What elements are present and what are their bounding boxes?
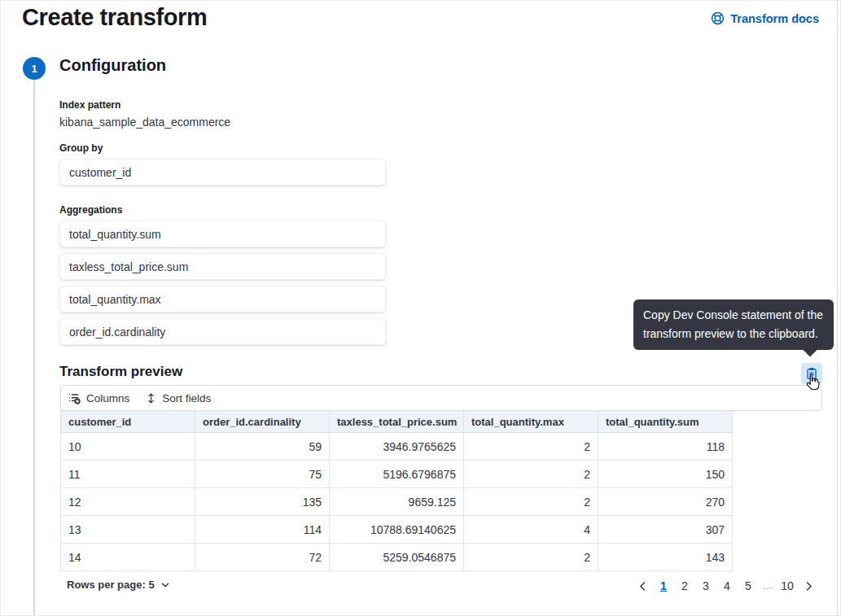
aggregation-item-order-id-cardinality[interactable]: order_id.cardinality <box>59 318 386 345</box>
page-button-3[interactable]: 3 <box>696 576 716 596</box>
columns-button-label: Columns <box>86 392 129 404</box>
cell: 114 <box>195 516 330 544</box>
cell: 2 <box>464 544 598 571</box>
cell: 75 <box>195 461 330 488</box>
cell: 13 <box>61 516 195 544</box>
next-page-button[interactable] <box>799 576 818 596</box>
cell: 135 <box>195 488 330 516</box>
table-row: 13 114 10788.69140625 4 307 <box>61 516 733 544</box>
aggregation-item-label: order_id.cardinality <box>69 325 165 339</box>
copy-dev-console-button[interactable] <box>801 363 822 384</box>
transform-preview-table: customer_id order_id.cardinality taxless… <box>60 410 733 571</box>
cell: 11 <box>61 461 195 488</box>
aggregation-item-total-quantity-sum[interactable]: total_quantity.sum <box>59 221 386 247</box>
step-connector-line <box>33 81 35 616</box>
table-row: 10 59 3946.9765625 2 118 <box>61 433 733 461</box>
cell: 10 <box>61 433 195 461</box>
rows-per-page-button[interactable]: Rows per page: 5 <box>67 579 170 591</box>
help-ring-icon <box>711 11 725 25</box>
step-number: 1 <box>31 63 37 75</box>
cell: 10788.69140625 <box>330 516 464 544</box>
list-add-icon <box>68 392 81 404</box>
column-header-customer-id[interactable]: customer_id <box>61 411 195 433</box>
table-row: 12 135 9659.125 2 270 <box>61 488 733 516</box>
chevron-left-icon <box>637 581 648 592</box>
page-button-2[interactable]: 2 <box>675 576 694 596</box>
create-transform-page: Create transform Transform docs 1 Config… <box>0 0 841 616</box>
column-header-total-quantity-max[interactable]: total_quantity.max <box>464 411 598 433</box>
previous-page-button[interactable] <box>633 576 652 596</box>
page-button-4[interactable]: 4 <box>717 576 737 596</box>
page-title: Create transform <box>22 4 207 31</box>
transform-docs-link[interactable]: Transform docs <box>711 11 819 25</box>
cell: 5259.0546875 <box>330 544 464 571</box>
page-button-1[interactable]: 1 <box>654 576 673 596</box>
aggregation-item-total-quantity-max[interactable]: total_quantity.max <box>59 286 386 312</box>
cell: 307 <box>598 516 733 544</box>
aggregations-label: Aggregations <box>59 204 122 216</box>
copy-clipboard-icon <box>805 367 818 380</box>
cell: 270 <box>598 488 733 516</box>
cell: 150 <box>598 461 733 488</box>
transform-docs-label: Transform docs <box>730 12 819 25</box>
copy-tooltip: Copy Dev Console statement of the transf… <box>633 299 834 350</box>
cell: 12 <box>61 488 195 516</box>
aggregation-item-label: taxless_total_price.sum <box>69 260 188 273</box>
aggregation-item-label: total_quantity.max <box>69 293 161 306</box>
sort-fields-button[interactable]: Sort fields <box>146 392 211 404</box>
index-pattern-label: Index pattern <box>59 99 120 111</box>
page-button-10[interactable]: 10 <box>777 576 797 596</box>
group-by-item-label: customer_id <box>69 166 131 179</box>
chevron-right-icon <box>804 581 814 592</box>
group-by-label: Group by <box>59 142 103 154</box>
table-row: 14 72 5259.0546875 2 143 <box>61 544 733 571</box>
cell: 118 <box>598 433 733 461</box>
table-row: 11 75 5196.6796875 2 150 <box>61 461 733 488</box>
table-header-row: customer_id order_id.cardinality taxless… <box>61 411 733 433</box>
aggregation-item-label: total_quantity.sum <box>69 228 161 241</box>
transform-preview-heading: Transform preview <box>59 364 182 380</box>
data-grid-toolbar: Columns Sort fields <box>60 385 822 411</box>
cell: 2 <box>464 433 598 461</box>
group-by-item-customer-id[interactable]: customer_id <box>59 159 386 186</box>
page-ellipsis: … <box>760 580 776 592</box>
sort-fields-button-label: Sort fields <box>162 392 211 404</box>
cell: 2 <box>464 488 598 516</box>
cell: 14 <box>61 544 195 571</box>
sortable-icon <box>146 392 156 404</box>
aggregation-item-taxless-total-price-sum[interactable]: taxless_total_price.sum <box>59 253 386 280</box>
chevron-down-icon <box>160 580 170 590</box>
cell: 72 <box>195 544 330 571</box>
cell: 9659.125 <box>330 488 464 516</box>
column-header-taxless-total-price-sum[interactable]: taxless_total_price.sum <box>330 411 464 433</box>
columns-button[interactable]: Columns <box>68 392 129 404</box>
pagination: 1 2 3 4 5 … 10 <box>633 576 818 596</box>
page-button-5[interactable]: 5 <box>738 576 758 596</box>
column-header-order-id-cardinality[interactable]: order_id.cardinality <box>195 411 330 433</box>
index-pattern-value: kibana_sample_data_ecommerce <box>59 116 230 129</box>
cell: 4 <box>464 516 598 544</box>
cell: 5196.6796875 <box>330 461 464 488</box>
viewport-right-border <box>837 1 838 616</box>
cell: 2 <box>464 461 598 488</box>
step-number-badge: 1 <box>23 57 46 80</box>
cell: 143 <box>598 544 733 571</box>
cell: 59 <box>195 433 330 461</box>
configuration-heading: Configuration <box>59 56 166 75</box>
cell: 3946.9765625 <box>330 433 464 461</box>
column-header-total-quantity-sum[interactable]: total_quantity.sum <box>598 411 733 433</box>
rows-per-page-label: Rows per page: 5 <box>67 579 155 591</box>
